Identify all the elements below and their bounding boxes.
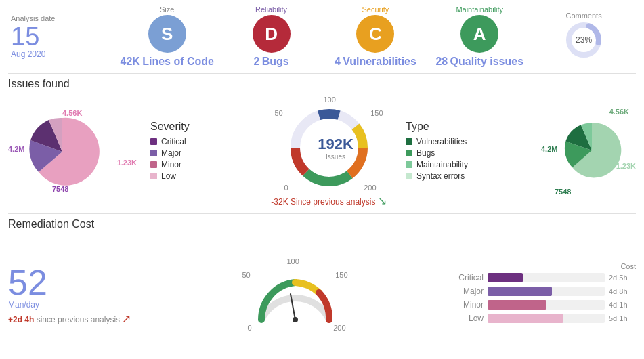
comments-percentage: 23%: [576, 35, 592, 45]
type-label: Maintainability: [416, 160, 468, 169]
analysis-month-year: Aug 2020: [11, 49, 45, 59]
bar-fill: [488, 287, 552, 296]
top-metrics-row: Analysis date 15 Aug 2020 Size S 42K Lin…: [8, 5, 636, 74]
remediation-unit: Man/day: [8, 300, 144, 310]
bar-label: Major: [446, 287, 484, 296]
reliability-grade-letter: D: [265, 24, 278, 45]
size-value-label: 42K Lines of Code: [121, 56, 214, 68]
bar-track: [488, 314, 605, 323]
since-text: Since previous analysis: [291, 197, 378, 207]
analysis-date-label: Analysis date: [11, 14, 55, 22]
bar-track: [488, 273, 605, 282]
severity-area: Severity CriticalMajorMinorLow: [144, 121, 252, 183]
svg-point-9: [293, 317, 298, 322]
type-legend-item: Vulnerabilities: [406, 137, 541, 146]
bar-value: 5d 1h: [609, 314, 636, 322]
since-value: -32K: [271, 197, 288, 207]
issues-right-pie-area: 4.56K 4.2M 7548 1.23K: [541, 108, 636, 196]
bar-label: Minor: [446, 300, 484, 310]
remediation-bars: Cost Critical 2d 5h Major 4d 8h Minor 4d…: [446, 262, 636, 327]
type-title: Type: [406, 121, 541, 133]
rpie-label-bottom: 7548: [555, 188, 571, 196]
remediation-since-value: +2d 4h: [8, 315, 34, 324]
severity-legend-item: Minor: [150, 160, 252, 169]
remediation-since: +2d 4h since previous analysis ↗: [8, 312, 144, 325]
remediation-gauge-svg: [251, 266, 339, 326]
type-label: Vulnerabilities: [416, 137, 467, 146]
bar-fill: [488, 314, 563, 323]
donut-axis-100: 100: [324, 96, 336, 104]
bar-label: Low: [446, 314, 484, 323]
reliability-value: 2: [253, 56, 259, 67]
severity-label: Major: [161, 148, 181, 158]
size-label: Size: [160, 5, 174, 14]
remediation-value: 52: [8, 265, 144, 300]
maintainability-unit: Quality issues: [450, 56, 524, 67]
comments-donut: 23%: [565, 21, 603, 59]
gauge-100: 100: [287, 257, 299, 266]
gauge-50: 50: [242, 271, 251, 279]
issues-section-title: Issues found: [8, 78, 636, 90]
type-legend-item: Bugs: [406, 148, 541, 158]
security-grade-letter: C: [369, 24, 382, 45]
security-metric: Security C 4 Vulnerabilities: [323, 5, 427, 68]
comments-label: Comments: [565, 12, 601, 20]
bar-value: 2d 5h: [609, 274, 636, 282]
reliability-label: Reliability: [255, 5, 287, 14]
rpie-label-left: 4.2M: [541, 145, 557, 153]
bar-track: [488, 287, 605, 296]
maintainability-value: 28: [435, 56, 448, 67]
severity-dot: [150, 150, 157, 156]
type-dot: [406, 138, 412, 145]
severity-label: Low: [161, 171, 176, 181]
type-legend-item: Maintainability: [406, 160, 541, 169]
severity-dot: [150, 161, 157, 168]
severity-legend-item: Major: [150, 148, 252, 158]
remediation-gauge: 100 150 50 0 200: [144, 257, 446, 332]
rpie-label-right: 1.23K: [616, 162, 636, 170]
severity-dot: [150, 138, 157, 145]
reliability-metric: Reliability D 2 Bugs: [219, 5, 324, 68]
issues-right-pie-svg: [561, 120, 622, 181]
remediation-left: 52 Man/day +2d 4h since previous analysi…: [8, 265, 144, 325]
pie-label-right: 1.23K: [117, 159, 137, 167]
bar-value: 4d 1h: [609, 301, 636, 309]
bar-fill: [488, 300, 546, 310]
bar-fill: [488, 273, 523, 282]
severity-dot: [150, 173, 157, 180]
type-legend: VulnerabilitiesBugsMaintainabilitySyntax…: [406, 137, 541, 181]
security-label: Security: [362, 5, 389, 14]
reliability-grade-circle: D: [253, 15, 291, 53]
maintainability-grade-circle: A: [460, 15, 498, 53]
size-value: 42K: [121, 56, 140, 67]
maintainability-value-label: 28 Quality issues: [435, 56, 523, 68]
remediation-section-title: Remediation Cost: [8, 218, 636, 230]
reliability-value-label: 2 Bugs: [253, 56, 288, 68]
size-unit: Lines of Code: [142, 56, 214, 67]
severity-label: Critical: [161, 137, 186, 146]
issues-left-pie-svg: [25, 114, 100, 189]
size-grade-letter: S: [161, 24, 173, 45]
since-label: -32K Since previous analysis ↘: [271, 194, 386, 207]
pie-label-bottom: 7548: [52, 185, 68, 193]
analysis-date-block: Analysis date 15 Aug 2020: [8, 14, 115, 59]
severity-legend-item: Low: [150, 171, 252, 181]
bar-chart: Critical 2d 5h Major 4d 8h Minor 4d 1h L…: [446, 273, 636, 323]
comments-metric: Comments 23%: [532, 12, 636, 62]
bar-label: Critical: [446, 273, 484, 282]
maintainability-metric: Maintainability A 28 Quality issues: [427, 5, 532, 68]
bar-track: [488, 300, 605, 310]
middle-row: 4.56K 4.2M 7548 1.23K Severity CriticalM…: [8, 93, 636, 214]
remediation-arrow-icon: ↗: [122, 313, 131, 324]
since-arrow-icon: ↘: [378, 195, 387, 207]
severity-title: Severity: [150, 121, 252, 133]
pie-label-left: 4.2M: [8, 145, 24, 153]
pie-label-top: 4.56K: [62, 109, 82, 117]
dashboard: Analysis date 15 Aug 2020 Size S 42K Lin…: [0, 0, 644, 359]
severity-legend: CriticalMajorMinorLow: [150, 137, 252, 181]
bar-row: Major 4d 8h: [446, 287, 636, 296]
analysis-day: 15: [11, 24, 39, 49]
maintainability-label: Maintainability: [456, 5, 503, 14]
reliability-unit: Bugs: [262, 56, 289, 67]
center-donut-area: 100 150 50 0 200 192K: [252, 97, 406, 207]
